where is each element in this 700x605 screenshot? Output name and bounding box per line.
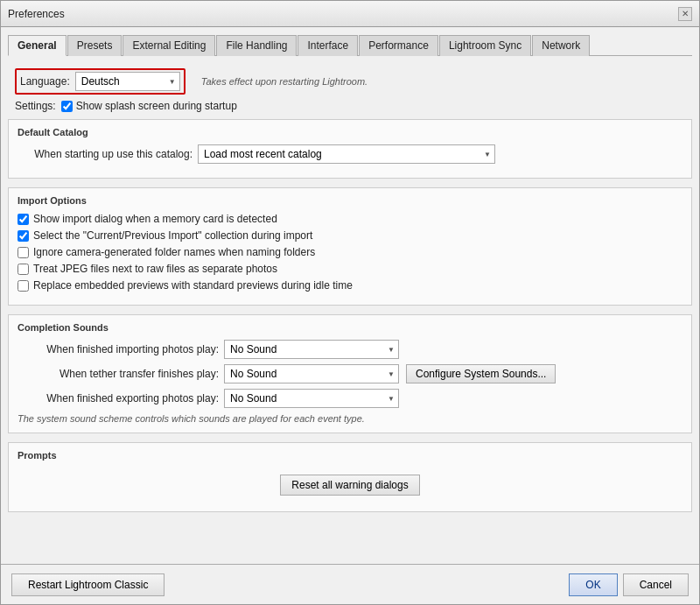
import-option-4: Replace embedded previews with standard … [18, 279, 682, 292]
import-checkbox-0[interactable] [18, 214, 29, 225]
tab-bar: General Presets External Editing File Ha… [8, 34, 692, 56]
import-label-3: Treat JPEG files next to raw files as se… [33, 263, 277, 275]
splash-screen-label: Show splash screen during startup [76, 100, 237, 112]
sound-label-2: When finished exporting photos play: [18, 392, 219, 405]
settings-label: Settings: [15, 100, 56, 112]
language-box: Language: Deutsch English Français Españ… [15, 68, 186, 95]
catalog-dropdown[interactable]: Load most recent catalog Prompt me when … [198, 144, 495, 164]
import-checkbox-1[interactable] [18, 230, 29, 242]
completion-sounds-title: Completion Sounds [18, 322, 682, 333]
language-dropdown-wrapper: Deutsch English Français Español [75, 72, 180, 91]
tab-lightroom-sync[interactable]: Lightroom Sync [439, 35, 531, 56]
sound-note: The system sound scheme controls which s… [18, 413, 682, 424]
main-content: General Presets External Editing File Ha… [1, 27, 699, 564]
sound-dropdown-2[interactable]: No Sound [224, 389, 399, 408]
import-options-title: Import Options [18, 195, 682, 206]
footer: Restart Lightroom Classic OK Cancel [1, 564, 699, 604]
preferences-window: Preferences ✕ General Presets External E… [0, 0, 700, 605]
catalog-dropdown-wrapper: Load most recent catalog Prompt me when … [198, 144, 495, 164]
prompts-title: Prompts [18, 450, 682, 461]
import-label-0: Show import dialog when a memory card is… [33, 213, 277, 225]
import-options-section: Import Options Show import dialog when a… [8, 187, 692, 306]
import-checkbox-4[interactable] [18, 280, 29, 292]
default-catalog-title: Default Catalog [18, 127, 682, 137]
default-catalog-section: Default Catalog When starting up use thi… [8, 119, 692, 179]
close-button[interactable]: ✕ [678, 7, 692, 21]
sound-dropdown-wrapper-1: No Sound [224, 364, 399, 383]
sound-label-0: When finished importing photos play: [18, 343, 219, 355]
language-dropdown[interactable]: Deutsch English Français Español [75, 72, 180, 91]
prompts-content: Reset all warning dialogs [18, 468, 682, 503]
sound-dropdown-wrapper-2: No Sound [224, 389, 399, 408]
reset-warnings-button[interactable]: Reset all warning dialogs [280, 475, 419, 496]
sound-row-0: When finished importing photos play: No … [18, 340, 682, 359]
restart-button[interactable]: Restart Lightroom Classic [11, 573, 164, 596]
cancel-button[interactable]: Cancel [623, 573, 689, 596]
sound-dropdown-0[interactable]: No Sound [224, 340, 399, 359]
tab-external-editing[interactable]: External Editing [122, 35, 215, 56]
catalog-row: When starting up use this catalog: Load … [18, 144, 682, 164]
import-label-1: Select the "Current/Previous Import" col… [33, 229, 312, 242]
completion-sounds-section: Completion Sounds When finished importin… [8, 314, 692, 433]
import-option-2: Ignore camera-generated folder names whe… [18, 246, 682, 258]
language-label: Language: [20, 75, 70, 88]
footer-right: OK Cancel [569, 573, 689, 596]
import-checkbox-3[interactable] [18, 264, 29, 275]
tab-general[interactable]: General [8, 35, 66, 56]
tab-file-handling[interactable]: File Handling [216, 35, 297, 56]
settings-row: Settings: Show splash screen during star… [15, 100, 692, 112]
ok-button[interactable]: OK [569, 573, 617, 596]
import-label-4: Replace embedded previews with standard … [33, 279, 353, 292]
splash-screen-checkbox[interactable] [61, 101, 73, 112]
sound-label-1: When tether transfer finishes play: [18, 368, 219, 380]
sound-dropdown-1[interactable]: No Sound [224, 364, 399, 383]
sound-row-1: When tether transfer finishes play: No S… [18, 364, 682, 383]
sound-row-2: When finished exporting photos play: No … [18, 389, 682, 408]
import-label-2: Ignore camera-generated folder names whe… [33, 246, 315, 258]
tab-network[interactable]: Network [532, 35, 590, 56]
tab-performance[interactable]: Performance [359, 35, 438, 56]
tab-presets[interactable]: Presets [67, 35, 122, 56]
import-checkbox-2[interactable] [18, 247, 29, 258]
language-note: Takes effect upon restarting Lightroom. [201, 76, 368, 87]
language-row: Language: Deutsch English Français Españ… [15, 68, 692, 95]
sound-dropdown-wrapper-0: No Sound [224, 340, 399, 359]
tab-interface[interactable]: Interface [298, 35, 358, 56]
prompts-section: Prompts Reset all warning dialogs [8, 442, 692, 512]
catalog-label: When starting up use this catalog: [18, 148, 192, 160]
footer-left: Restart Lightroom Classic [11, 573, 164, 596]
title-bar: Preferences ✕ [1, 1, 699, 27]
general-panel: Language: Deutsch English Français Españ… [8, 65, 692, 557]
import-option-0: Show import dialog when a memory card is… [18, 213, 682, 225]
import-option-1: Select the "Current/Previous Import" col… [18, 229, 682, 242]
configure-sounds-button[interactable]: Configure System Sounds... [406, 364, 556, 383]
import-option-3: Treat JPEG files next to raw files as se… [18, 263, 682, 275]
window-title: Preferences [8, 8, 65, 20]
